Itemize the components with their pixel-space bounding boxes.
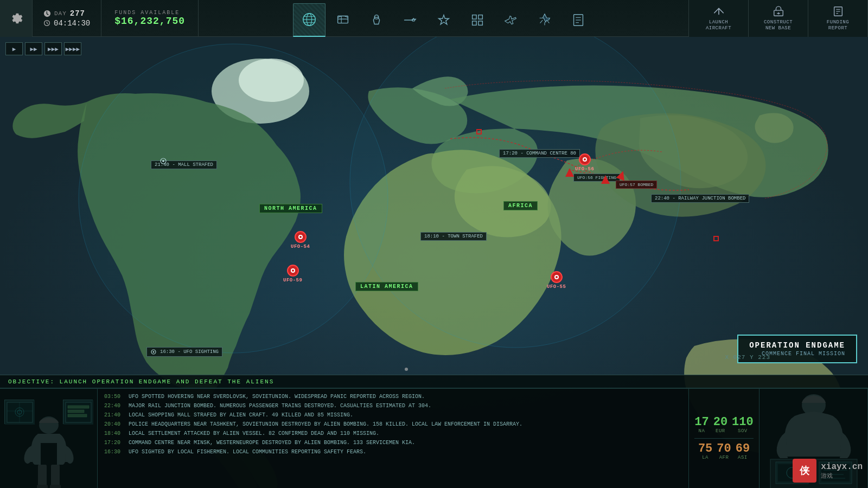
svg-rect-56 <box>50 485 61 488</box>
ufo-55-icon <box>551 271 563 283</box>
ufo-59-marker[interactable]: UFO-59 <box>283 265 302 283</box>
svg-rect-9 <box>472 15 476 19</box>
watermark: 侠 xiayx.cn 游戏 <box>793 459 863 483</box>
svg-rect-54 <box>51 465 60 486</box>
right-actions: LAUNCHAIRCRAFT CONSTRUCTNEW BASE FUNDING… <box>688 0 868 37</box>
watermark-sub: 游戏 <box>821 472 863 480</box>
tab-weapons[interactable] <box>394 3 426 37</box>
log-time-6: 17:20 <box>104 439 123 447</box>
stat-eur-label: EUR <box>716 428 725 434</box>
ufo-59-icon <box>287 265 299 277</box>
log-entry-1: 03:50 UFO SPOTTED HOVERING NEAR SVERDLOV… <box>104 393 682 401</box>
objective-bar: OBJECTIVE: LAUNCH OPERATION ENDGAME AND … <box>0 375 868 388</box>
avatar-left <box>0 389 98 488</box>
coordinates-display: X 027 Y 223 <box>725 354 770 361</box>
funds-label: FUNDS AVAILABLE <box>114 10 185 16</box>
watermark-site: xiayx.cn <box>821 462 863 472</box>
log-text-7: UFO SIGHTED BY LOCAL FISHERMEN. LOCAL CO… <box>129 448 366 456</box>
log-text-4: POLICE HEADQUARTERS NEAR TASHKENT, SOVIE… <box>129 421 522 428</box>
stat-sov: 110 SOV <box>732 416 754 434</box>
funding-report-label: FUNDINGREPORT <box>827 20 849 31</box>
log-entry-3: 21:40 LOCAL SHOPPING MALL STRAFED BY ALI… <box>104 412 682 419</box>
stat-asi-label: ASI <box>738 455 748 460</box>
construct-base-label: CONSTRUCTNEW BASE <box>764 20 793 31</box>
svg-point-30 <box>299 236 302 238</box>
ufo-54-label: UFO-54 <box>291 244 310 249</box>
day-label: DAY 277 <box>43 9 90 18</box>
funds-section: FUNDS AVAILABLE $16,232,750 <box>101 0 199 37</box>
log-time-7: 16:30 <box>104 448 123 456</box>
objective-text: OBJECTIVE: LAUNCH OPERATION ENDGAME AND … <box>8 378 274 385</box>
log-time-5: 18:40 <box>104 430 123 438</box>
time-value: 04:14:30 <box>54 19 90 28</box>
tab-globe[interactable] <box>293 3 326 37</box>
tab-bases[interactable] <box>327 3 359 37</box>
tab-grid[interactable] <box>461 3 494 37</box>
stat-la: 75 LA <box>698 443 712 460</box>
attack-marker-1 <box>565 168 574 177</box>
log-entry-7: 16:30 UFO SIGHTED BY LOCAL FISHERMEN. LO… <box>104 448 682 456</box>
log-entry-4: 20:40 POLICE HEADQUARTERS NEAR TASHKENT,… <box>104 421 682 428</box>
stat-afr-label: AFR <box>719 455 729 460</box>
tab-reports[interactable] <box>562 3 595 37</box>
log-time-3: 21:40 <box>104 412 123 419</box>
svg-point-2 <box>307 14 311 26</box>
log-time-4: 20:40 <box>104 421 123 428</box>
stat-divider <box>694 438 754 439</box>
construct-base-button[interactable]: CONSTRUCTNEW BASE <box>749 0 808 37</box>
log-entry-2: 22:40 MAJOR RAIL JUNCTION BOMBED. NUMERO… <box>104 402 682 410</box>
stat-eur-value: 20 <box>713 416 727 428</box>
attack-marker-2 <box>601 175 610 184</box>
stat-afr: 70 AFR <box>717 443 731 460</box>
settings-button[interactable] <box>0 0 33 37</box>
funding-report-button[interactable]: FUNDINGREPORT <box>808 0 868 37</box>
attack-marker-3 <box>617 171 626 179</box>
svg-point-32 <box>556 276 558 278</box>
tab-research[interactable] <box>360 3 393 37</box>
square-marker-2 <box>713 236 719 241</box>
svg-rect-10 <box>478 15 482 19</box>
stat-la-label: LA <box>702 455 709 460</box>
stat-asi: 69 ASI <box>736 443 750 460</box>
funds-value: $16,232,750 <box>114 16 185 27</box>
svg-rect-49 <box>68 406 89 408</box>
ufo-54-marker[interactable]: UFO-54 <box>291 231 310 249</box>
top-bar: DAY 277 04:14:30 FUNDS AVAILABLE $16,232… <box>0 0 868 37</box>
stat-eur: 20 EUR <box>713 416 727 434</box>
pause-button[interactable]: ▶ <box>5 42 23 55</box>
launch-aircraft-button[interactable]: LAUNCHAIRCRAFT <box>689 0 749 37</box>
svg-point-34 <box>584 158 586 160</box>
speed3-button[interactable]: ▶▶▶▶ <box>64 42 81 55</box>
ufo-56-icon <box>579 153 591 165</box>
tab-aircraft-nav[interactable] <box>495 3 527 37</box>
day-text: DAY <box>54 10 67 17</box>
watermark-text-block: xiayx.cn 游戏 <box>821 462 863 480</box>
tab-rank[interactable] <box>427 3 460 37</box>
tab-fighter[interactable] <box>528 3 561 37</box>
svg-rect-53 <box>38 465 47 486</box>
ufo-55-label: UFO-55 <box>547 284 566 290</box>
gear-icon <box>9 11 24 26</box>
ufo-55-marker[interactable]: UFO-55 <box>547 271 566 290</box>
svg-rect-50 <box>68 410 84 413</box>
speed2-button[interactable]: ▶▶▶ <box>44 42 62 55</box>
log-text-3: LOCAL SHOPPING MALL STRAFED BY ALIEN CRA… <box>129 412 353 419</box>
log-entry-5: 18:40 LOCAL SETTLEMENT ATTACKED BY ALIEN… <box>104 430 682 438</box>
svg-rect-12 <box>478 21 482 25</box>
svg-rect-11 <box>472 21 476 25</box>
log-entry-6: 17:20 COMMAND CENTRE NEAR MINSK, WESTERN… <box>104 439 682 447</box>
log-panel: 03:50 UFO SPOTTED HOVERING NEAR SVERDLOV… <box>98 389 689 488</box>
stat-sov-value: 110 <box>732 416 754 428</box>
stats-panel: 17 NA 20 EUR 110 SOV 75 LA 70 AFR 6 <box>689 389 760 488</box>
stat-la-value: 75 <box>698 443 712 455</box>
launch-aircraft-label: LAUNCHAIRCRAFT <box>706 20 731 31</box>
day-number: 277 <box>70 9 85 18</box>
log-text-2: MAJOR RAIL JUNCTION BOMBED. NUMEROUS PAS… <box>129 402 431 410</box>
ufo-54-icon <box>295 231 307 243</box>
stat-na-label: NA <box>699 428 705 434</box>
square-marker-1 <box>476 129 482 134</box>
speed1-button[interactable]: ▶▶ <box>25 42 42 55</box>
ufo-56-marker[interactable]: UFO-56 <box>575 153 594 172</box>
stat-na-value: 17 <box>694 416 709 428</box>
bottom-panel: 03:50 UFO SPOTTED HOVERING NEAR SVERDLOV… <box>0 388 868 488</box>
